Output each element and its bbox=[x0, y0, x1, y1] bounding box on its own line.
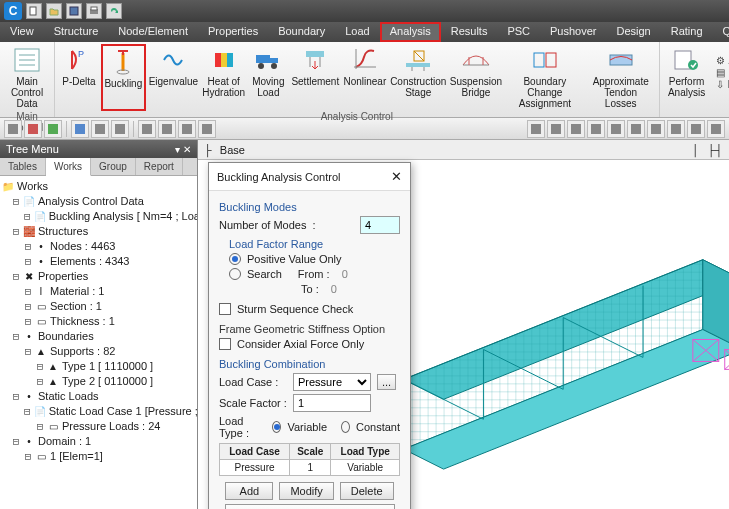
tree-node[interactable]: ⊟🧱Structures bbox=[2, 224, 195, 239]
menu-load[interactable]: Load bbox=[335, 22, 379, 42]
vp-tool-icon[interactable]: ├┤ bbox=[707, 144, 723, 156]
tree-node[interactable]: ⊟▭Thickness : 1 bbox=[2, 314, 195, 329]
tool-icon[interactable] bbox=[158, 120, 176, 138]
delete-button[interactable]: Delete bbox=[340, 482, 394, 500]
tool-icon[interactable] bbox=[607, 120, 625, 138]
tool-icon[interactable] bbox=[138, 120, 156, 138]
tree-node[interactable]: ⊟•Static Loads bbox=[2, 389, 195, 404]
qat-redo-icon[interactable] bbox=[106, 3, 122, 19]
boundary-change-button[interactable]: Boundary Change Assignment bbox=[505, 44, 585, 111]
tool-icon[interactable] bbox=[587, 120, 605, 138]
menu-view[interactable]: View bbox=[0, 22, 44, 42]
search-radio[interactable] bbox=[229, 268, 241, 280]
menu-design[interactable]: Design bbox=[607, 22, 661, 42]
tree-node[interactable]: ⊟✖Properties bbox=[2, 269, 195, 284]
tree-node[interactable]: ⊟•Boundaries bbox=[2, 329, 195, 344]
qat-open-icon[interactable] bbox=[46, 3, 62, 19]
tree-node[interactable]: ⊟▲Type 2 [ 0110000 ] bbox=[2, 374, 195, 389]
approx-tendon-button[interactable]: Approximate Tendon Losses bbox=[587, 44, 655, 111]
tool-icon[interactable] bbox=[687, 120, 705, 138]
remove-data-button[interactable]: Remove Buckling Analysis Data bbox=[225, 504, 395, 509]
tool-icon[interactable] bbox=[647, 120, 665, 138]
heat-hydration-button[interactable]: Heat of Hydration bbox=[201, 44, 246, 111]
menu-analysis[interactable]: Analysis bbox=[380, 22, 441, 42]
tree-root[interactable]: Works bbox=[17, 179, 48, 194]
tree-node[interactable]: ⊟▭Section : 1 bbox=[2, 299, 195, 314]
lt-variable-radio[interactable] bbox=[272, 421, 281, 433]
tool-icon[interactable] bbox=[627, 120, 645, 138]
sturm-check[interactable] bbox=[219, 303, 231, 315]
tool-icon[interactable] bbox=[198, 120, 216, 138]
main-control-data-button[interactable]: Main Control Data bbox=[4, 44, 50, 111]
tree-node[interactable]: ⊟▭Pressure Loads : 24 bbox=[2, 419, 195, 434]
buckling-button[interactable]: Buckling bbox=[101, 44, 146, 111]
perform-analysis-button[interactable]: Perform Analysis bbox=[664, 44, 710, 100]
tree-tab-group[interactable]: Group bbox=[91, 158, 136, 175]
axial-check[interactable] bbox=[219, 338, 231, 350]
tree-node[interactable]: ⊟📄Buckling Analysis [ Nm=4 ; Loadcase Nu… bbox=[2, 209, 195, 224]
positive-only-radio[interactable] bbox=[229, 253, 241, 265]
add-button[interactable]: Add bbox=[225, 482, 273, 500]
eigenvalue-button[interactable]: Eigenvalue bbox=[148, 44, 199, 111]
tree-node[interactable]: ⊟📄Static Load Case 1 [Pressure ; ] bbox=[2, 404, 195, 419]
menu-properties[interactable]: Properties bbox=[198, 22, 268, 42]
comb-label: Buckling Combination bbox=[219, 358, 400, 370]
tree-node[interactable]: ⊟▲Supports : 82 bbox=[2, 344, 195, 359]
tool-icon[interactable] bbox=[24, 120, 42, 138]
tree-node[interactable]: ⊟•Nodes : 4463 bbox=[2, 239, 195, 254]
vp-tab-base[interactable]: Base bbox=[220, 144, 245, 156]
moving-load-button[interactable]: Moving Load bbox=[248, 44, 288, 111]
tool-icon[interactable] bbox=[91, 120, 109, 138]
qat-new-icon[interactable] bbox=[26, 3, 42, 19]
menu-psc[interactable]: PSC bbox=[497, 22, 540, 42]
tool-icon[interactable] bbox=[71, 120, 89, 138]
tool-icon[interactable] bbox=[178, 120, 196, 138]
modify-button[interactable]: Modify bbox=[279, 482, 333, 500]
table-row[interactable]: Pressure1Variable bbox=[220, 460, 400, 476]
tool-icon[interactable] bbox=[4, 120, 22, 138]
tree-node[interactable]: ⊟▲Type 1 [ 1110000 ] bbox=[2, 359, 195, 374]
tool-icon[interactable] bbox=[667, 120, 685, 138]
tree-tab-report[interactable]: Report bbox=[136, 158, 183, 175]
batch-analysis-link[interactable]: ▤Batch Analysis bbox=[716, 67, 729, 78]
close-icon[interactable]: ✕ bbox=[391, 169, 402, 184]
vp-tool-icon[interactable]: │ bbox=[693, 144, 700, 156]
scale-input[interactable] bbox=[293, 394, 371, 412]
loadcase-more-button[interactable]: ... bbox=[377, 374, 396, 390]
menu-query[interactable]: Query bbox=[713, 22, 729, 42]
tool-icon[interactable] bbox=[44, 120, 62, 138]
tree-tab-tables[interactable]: Tables bbox=[0, 158, 46, 175]
tree-node[interactable]: ⊟▭1 [Elem=1] bbox=[2, 449, 195, 464]
qat-save-icon[interactable] bbox=[66, 3, 82, 19]
vp-prev-icon[interactable]: ├ bbox=[204, 144, 212, 156]
menu-boundary[interactable]: Boundary bbox=[268, 22, 335, 42]
num-modes-input[interactable] bbox=[360, 216, 400, 234]
tree-tab-works[interactable]: Works bbox=[46, 158, 91, 176]
menu-structure[interactable]: Structure bbox=[44, 22, 109, 42]
construction-stage-button[interactable]: Construction Stage bbox=[389, 44, 446, 111]
tree-node[interactable]: ⊟•Elements : 4343 bbox=[2, 254, 195, 269]
settlement-button[interactable]: Settlement bbox=[290, 44, 340, 111]
tree-node[interactable]: ⊟•Domain : 1 bbox=[2, 434, 195, 449]
tool-icon[interactable] bbox=[527, 120, 545, 138]
analysis-options-link[interactable]: ⚙Analysis Options bbox=[716, 55, 729, 66]
qat-print-icon[interactable] bbox=[86, 3, 102, 19]
lt-constant-radio[interactable] bbox=[341, 421, 350, 433]
tree-pin-icon[interactable]: ▾ ✕ bbox=[175, 144, 191, 155]
import-result-link[interactable]: ⇩Import Analysis Result bbox=[716, 79, 729, 90]
nonlinear-button[interactable]: Nonlinear bbox=[342, 44, 387, 111]
menu-node-element[interactable]: Node/Element bbox=[108, 22, 198, 42]
tool-icon[interactable] bbox=[567, 120, 585, 138]
tree-body[interactable]: 📁Works ⊟📄Analysis Control Data⊟📄Buckling… bbox=[0, 176, 197, 509]
tool-icon[interactable] bbox=[707, 120, 725, 138]
suspension-bridge-button[interactable]: Suspension Bridge bbox=[449, 44, 503, 111]
pdelta-button[interactable]: PP-Delta bbox=[59, 44, 99, 111]
loadcase-select[interactable]: Pressure bbox=[293, 373, 371, 391]
menu-results[interactable]: Results bbox=[441, 22, 498, 42]
tool-icon[interactable] bbox=[547, 120, 565, 138]
tree-node[interactable]: ⊟📄Analysis Control Data bbox=[2, 194, 195, 209]
tool-icon[interactable] bbox=[111, 120, 129, 138]
menu-pushover[interactable]: Pushover bbox=[540, 22, 606, 42]
menu-rating[interactable]: Rating bbox=[661, 22, 713, 42]
tree-node[interactable]: ⊟IMaterial : 1 bbox=[2, 284, 195, 299]
